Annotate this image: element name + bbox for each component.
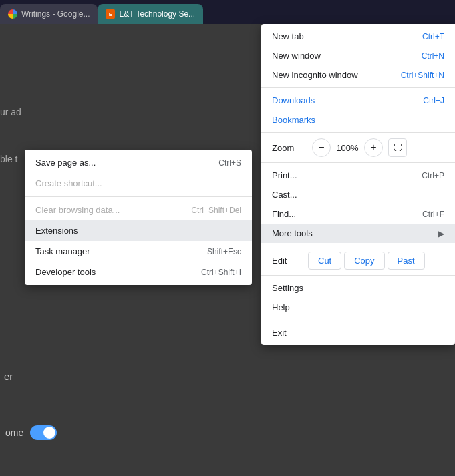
menu-print-label: Print... [272, 170, 297, 180]
menu-find[interactable]: Find... Ctrl+F [261, 204, 455, 224]
submenu-save-page[interactable]: Save page as... Ctrl+S [25, 152, 252, 173]
submenu-save-page-label: Save page as... [35, 158, 96, 168]
tab-google-label: Writings - Google... [21, 9, 90, 19]
submenu-task-manager[interactable]: Task manager Shift+Esc [25, 241, 252, 262]
menu-find-label: Find... [272, 209, 296, 219]
tab-lt[interactable]: E L&T Technology Se... [98, 4, 203, 24]
menu-new-window[interactable]: New window Ctrl+N [261, 46, 455, 65]
cut-button[interactable]: Cut [308, 252, 341, 270]
zoom-plus-button[interactable]: + [364, 138, 383, 157]
menu-print-shortcut: Ctrl+P [422, 171, 444, 180]
zoom-plus-icon: + [370, 142, 376, 154]
submenu-task-manager-label: Task manager [35, 246, 90, 256]
menu-downloads[interactable]: Downloads Ctrl+J [261, 91, 455, 110]
submenu-clear-browsing[interactable]: Clear browsing data... Ctrl+Shift+Del [25, 200, 252, 220]
toggle-area: ome [0, 423, 62, 443]
submenu-developer-tools[interactable]: Developer tools Ctrl+Shift+I [25, 262, 252, 282]
menu-new-incognito[interactable]: New incognito window Ctrl+Shift+N [261, 65, 455, 85]
tab-google[interactable]: Writings - Google... [0, 4, 98, 24]
bg-text-3: er [0, 368, 17, 385]
menu-bookmarks[interactable]: Bookmarks [261, 110, 455, 130]
menu-new-tab-shortcut: Ctrl+T [422, 32, 444, 41]
tab-bar: Writings - Google... E L&T Technology Se… [0, 0, 455, 24]
menu-cast[interactable]: Cast... [261, 185, 455, 204]
menu-print[interactable]: Print... Ctrl+P [261, 166, 455, 185]
divider-1 [261, 87, 455, 88]
submenu-extensions[interactable]: Extensions [25, 220, 252, 241]
menu-more-tools-label: More tools [272, 228, 313, 238]
chrome-menu: New tab Ctrl+T New window Ctrl+N New inc… [261, 24, 455, 345]
submenu-create-shortcut-label: Create shortcut... [35, 178, 102, 188]
menu-new-tab-label: New tab [272, 31, 304, 41]
menu-bookmarks-label: Bookmarks [272, 115, 315, 125]
chevron-right-icon: ▶ [438, 229, 444, 238]
submenu-save-page-shortcut: Ctrl+S [218, 158, 241, 168]
menu-settings-label: Settings [272, 283, 303, 293]
zoom-expand-icon: ⛶ [394, 143, 402, 152]
google-drive-icon [8, 9, 17, 19]
divider-5 [261, 275, 455, 276]
submenu-create-shortcut[interactable]: Create shortcut... [25, 173, 252, 194]
tab-lt-label: L&T Technology Se... [119, 9, 195, 19]
more-tools-submenu: Save page as... Ctrl+S Create shortcut..… [25, 150, 252, 285]
menu-exit[interactable]: Exit [261, 323, 455, 342]
menu-settings[interactable]: Settings [261, 278, 455, 298]
menu-downloads-shortcut: Ctrl+J [423, 96, 444, 105]
menu-help[interactable]: Help [261, 298, 455, 317]
submenu-extensions-label: Extensions [35, 226, 78, 236]
zoom-row: Zoom − 100% + ⛶ [261, 136, 455, 160]
menu-exit-label: Exit [272, 328, 287, 338]
bg-text-1: ur ad [0, 104, 21, 120]
divider-4 [261, 246, 455, 246]
bg-text-2: ble t [0, 151, 17, 167]
toggle-label: ome [5, 427, 23, 438]
zoom-label: Zoom [272, 143, 312, 153]
menu-new-window-label: New window [272, 51, 321, 61]
divider-2 [261, 132, 455, 133]
toggle-switch[interactable] [30, 425, 57, 440]
zoom-value: 100% [331, 143, 364, 153]
toggle-knob [43, 427, 55, 439]
submenu-developer-tools-shortcut: Ctrl+Shift+I [201, 268, 241, 277]
zoom-minus-icon: − [318, 142, 324, 154]
zoom-expand-button[interactable]: ⛶ [388, 138, 407, 157]
menu-new-incognito-label: New incognito window [272, 70, 358, 80]
menu-more-tools[interactable]: More tools ▶ [261, 224, 455, 243]
copy-button[interactable]: Copy [344, 252, 384, 270]
divider-6 [261, 320, 455, 320]
lt-icon: E [106, 9, 115, 19]
edit-label: Edit [272, 256, 305, 266]
submenu-clear-browsing-shortcut: Ctrl+Shift+Del [191, 206, 241, 215]
submenu-developer-tools-label: Developer tools [35, 267, 96, 277]
submenu-task-manager-shortcut: Shift+Esc [207, 247, 241, 256]
edit-row: Edit Cut Copy Past [261, 249, 455, 272]
menu-cast-label: Cast... [272, 190, 297, 200]
menu-find-shortcut: Ctrl+F [422, 210, 444, 219]
paste-button[interactable]: Past [388, 252, 425, 270]
menu-new-tab[interactable]: New tab Ctrl+T [261, 27, 455, 46]
menu-new-incognito-shortcut: Ctrl+Shift+N [401, 71, 444, 80]
submenu-divider-1 [25, 196, 252, 197]
divider-3 [261, 162, 455, 163]
menu-new-window-shortcut: Ctrl+N [422, 51, 444, 61]
menu-help-label: Help [272, 302, 290, 312]
menu-downloads-label: Downloads [272, 95, 315, 105]
submenu-clear-browsing-label: Clear browsing data... [35, 205, 120, 215]
zoom-minus-button[interactable]: − [312, 138, 331, 157]
